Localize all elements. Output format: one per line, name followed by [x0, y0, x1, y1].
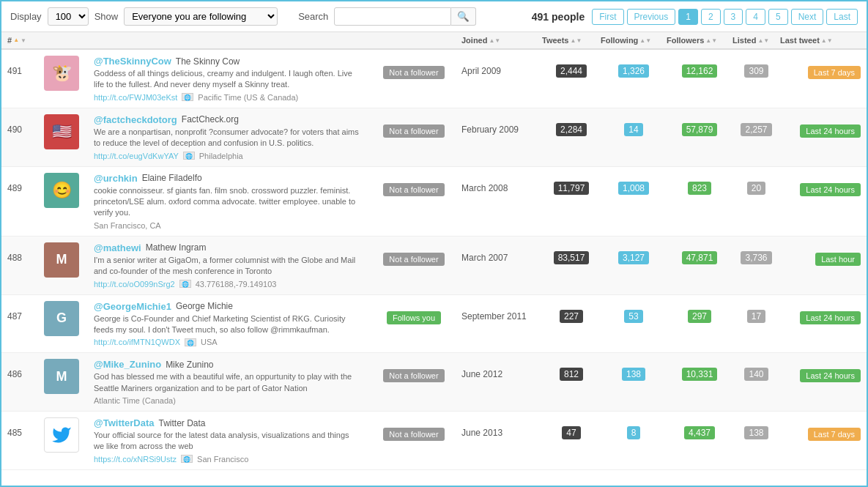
col-header-last-tweet[interactable]: Last tweet ▲▼: [780, 36, 861, 45]
next-button[interactable]: Next: [791, 9, 824, 25]
following-col: 1,326: [601, 56, 667, 76]
listed-col: 17: [732, 301, 780, 321]
sort-arrows-listed: ▲▼: [757, 37, 769, 44]
col-header-followers[interactable]: Followers ▲▼: [667, 36, 732, 45]
avatar[interactable]: G: [44, 301, 79, 336]
col-header-following[interactable]: Following ▲▼: [601, 36, 667, 45]
flag-icon: 🌐: [182, 93, 193, 101]
sort-arrows-num: ▲: [13, 37, 19, 43]
following-col: 3,127: [601, 242, 667, 263]
last-tweet-badge: Last 24 hours: [800, 311, 861, 324]
user-info: @TheSkinnyCow The Skinny Cow Goddess of …: [88, 56, 366, 102]
avatar[interactable]: M: [44, 242, 79, 278]
last-tweet-badge: Last 7 days: [808, 428, 861, 441]
col-header-num[interactable]: # ▲ ▼: [7, 36, 44, 45]
table-row: 491 🐮 @TheSkinnyCow The Skinny Cow Godde…: [1, 50, 867, 108]
user-link[interactable]: http://t.co/ifMTN1QWDX: [94, 338, 180, 346]
row-number: 488: [7, 242, 44, 263]
follow-status-col: Not a follower: [366, 417, 461, 441]
row-number: 486: [7, 359, 44, 379]
tweets-col: 227: [542, 301, 601, 321]
user-link[interactable]: http://t.co/FWJM03eKst: [94, 93, 177, 102]
table-row: 486 M @Mike_Zunino Mike Zunino God has b…: [1, 353, 867, 412]
user-display-name: George Michie: [176, 301, 233, 311]
search-button[interactable]: 🔍: [451, 7, 476, 26]
sort-arrows-joined: ▲▼: [489, 37, 500, 44]
page-3-button[interactable]: 3: [724, 9, 743, 25]
last-tweet-badge: Last 7 days: [808, 66, 861, 79]
follows-you-badge: Follows you: [387, 311, 441, 324]
followers-col: 12,162: [667, 56, 732, 76]
search-input[interactable]: [334, 7, 451, 26]
follow-status-col: Not a follower: [366, 173, 461, 196]
row-number: 485: [7, 417, 44, 438]
tweets-col: 47: [542, 417, 601, 438]
user-location: Pacific Time (US & Canada): [198, 93, 298, 102]
avatar[interactable]: 😊: [44, 173, 79, 208]
avatar[interactable]: [44, 417, 79, 453]
user-handle[interactable]: @TwitterData: [94, 417, 155, 428]
page-4-button[interactable]: 4: [746, 9, 765, 25]
listed-col: 2,257: [732, 114, 780, 135]
listed-col: 138: [732, 417, 780, 438]
page-5-button[interactable]: 5: [768, 9, 788, 25]
user-handle[interactable]: @GeorgeMichie1: [94, 301, 171, 312]
sort-down-num: ▼: [21, 37, 26, 44]
last-tweet-badge: Last 24 hours: [800, 124, 861, 138]
last-tweet-col: Last 24 hours: [780, 173, 861, 196]
followers-col: 10,331: [667, 359, 732, 379]
user-handle[interactable]: @TheSkinnyCow: [94, 56, 171, 67]
tweets-col: 2,444: [542, 56, 601, 76]
last-tweet-badge: Last 24 hours: [800, 369, 861, 382]
show-label: Show: [94, 11, 119, 22]
user-info: @mathewi Mathew Ingram I'm a senior writ…: [88, 242, 366, 289]
last-tweet-badge: Last hour: [815, 253, 861, 266]
tweets-col: 2,284: [542, 114, 601, 135]
following-col: 53: [601, 301, 667, 321]
not-follower-badge: Not a follower: [383, 124, 444, 138]
last-tweet-col: Last 24 hours: [780, 301, 861, 324]
user-link[interactable]: https://t.co/xNRSi9Ustz: [94, 455, 177, 464]
not-follower-badge: Not a follower: [383, 183, 444, 196]
not-follower-badge: Not a follower: [383, 428, 444, 441]
page-2-button[interactable]: 2: [701, 9, 721, 25]
page-1-button[interactable]: 1: [678, 9, 698, 25]
user-location: 43.776188,-79.149103: [196, 280, 277, 289]
avatar[interactable]: M: [44, 359, 79, 394]
display-select[interactable]: 100 50 25: [48, 7, 89, 26]
user-display-name: FactCheck.org: [182, 114, 239, 124]
joined-col: March 2008: [461, 173, 542, 193]
user-link[interactable]: http://t.co/oO099nSrg2: [94, 280, 175, 289]
joined-col: June 2013: [461, 417, 542, 438]
listed-col: 140: [732, 359, 780, 379]
user-handle[interactable]: @factcheckdotorg: [94, 114, 177, 125]
first-button[interactable]: First: [592, 9, 623, 25]
flag-icon: 🌐: [179, 280, 191, 288]
previous-button[interactable]: Previous: [627, 9, 676, 25]
table-row: 485 @TwitterData Twitter Data Your offic…: [1, 412, 867, 470]
user-handle[interactable]: @mathewi: [94, 242, 141, 253]
show-select[interactable]: Everyone you are following Followers Fol…: [124, 7, 278, 26]
avatar[interactable]: 🐮: [44, 56, 79, 91]
col-header-tweets[interactable]: Tweets ▲▼: [542, 36, 601, 45]
table-row: 488 M @mathewi Mathew Ingram I'm a senio…: [1, 237, 867, 295]
user-bio: We are a nonpartisan, nonprofit ?consume…: [94, 127, 360, 149]
user-handle[interactable]: @Mike_Zunino: [94, 359, 161, 370]
listed-col: 20: [732, 173, 780, 193]
user-location: Atlantic Time (Canada): [94, 396, 176, 405]
search-label: Search: [298, 11, 328, 22]
last-tweet-col: Last 7 days: [780, 417, 861, 441]
user-link[interactable]: http://t.co/eugVdKwYAY: [94, 152, 179, 160]
row-number: 487: [7, 301, 44, 321]
joined-col: September 2011: [461, 301, 542, 321]
last-tweet-col: Last 24 hours: [780, 114, 861, 138]
col-header-listed[interactable]: Listed ▲▼: [732, 36, 780, 45]
user-info: @factcheckdotorg FactCheck.org We are a …: [88, 114, 366, 160]
col-header-joined[interactable]: Joined ▲▼: [461, 36, 542, 45]
followers-col: 57,879: [667, 114, 732, 135]
last-button[interactable]: Last: [826, 9, 858, 25]
following-col: 14: [601, 114, 667, 135]
user-handle[interactable]: @urchkin: [94, 173, 138, 184]
avatar[interactable]: 🇺🇸: [44, 114, 79, 149]
flag-icon: 🌐: [185, 338, 196, 346]
